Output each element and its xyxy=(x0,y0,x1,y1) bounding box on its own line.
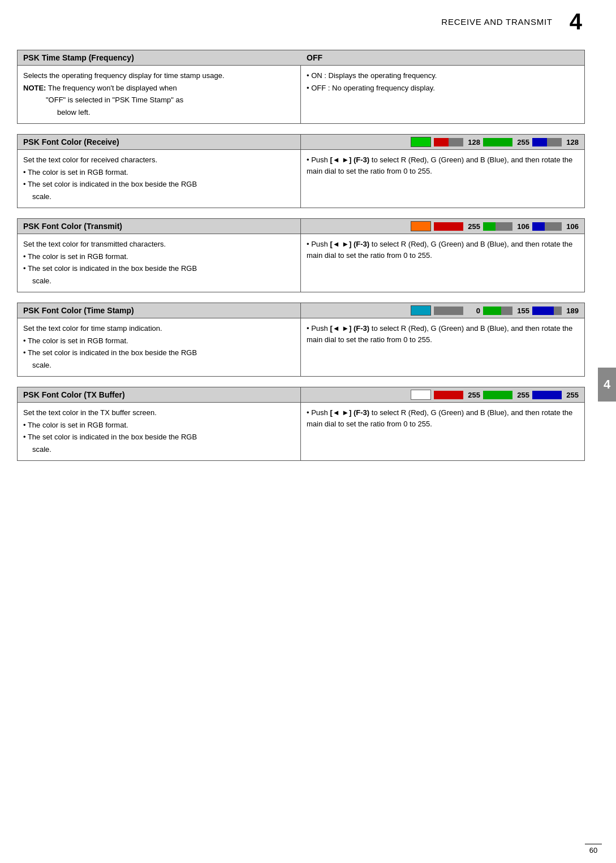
g-bar-txbuffer: 255 xyxy=(483,391,529,399)
b-bar-receive: 128 xyxy=(532,138,579,146)
chapter-number: 4 xyxy=(570,10,582,33)
b-bar-txbuffer: 255 xyxy=(532,391,579,399)
section-body-right-3: • Push [◄ ►] (F-3) to select R (Red), G … xyxy=(301,234,584,292)
section-header-left-1: PSK Time Stamp (Frequency) xyxy=(18,50,301,66)
g-bar-transmit: 106 xyxy=(483,222,529,231)
b-bar-timestamp: 189 xyxy=(532,307,579,315)
section-body-left-5: Set the text color in the TX buffer scre… xyxy=(18,403,301,460)
rgb-header-txbuffer: 255 255 255 xyxy=(301,387,584,403)
section-psk-font-color-receive: PSK Font Color (Receive) 128 255 xyxy=(17,134,585,208)
section-psk-font-color-timestamp: PSK Font Color (Time Stamp) 0 155 xyxy=(17,303,585,377)
r-bar-transmit: 255 xyxy=(434,222,480,231)
b-bar-transmit: 106 xyxy=(532,222,579,231)
rgb-header-receive: 128 255 128 xyxy=(301,135,584,150)
page-header: RECEIVE AND TRANSMIT 4 xyxy=(0,0,616,38)
section-header-left-5: PSK Font Color (TX Buffer) xyxy=(18,387,301,403)
r-bar-txbuffer: 255 xyxy=(434,391,480,399)
rgb-header-transmit: 255 106 106 xyxy=(301,219,584,234)
color-swatch-txbuffer xyxy=(411,390,431,400)
section-psk-font-color-txbuffer: PSK Font Color (TX Buffer) 255 255 xyxy=(17,387,585,461)
r-bar-timestamp: 0 xyxy=(434,307,480,315)
color-swatch-transmit xyxy=(411,221,431,231)
color-swatch-receive xyxy=(411,137,431,147)
rgb-header-timestamp: 0 155 189 xyxy=(301,303,584,318)
section-body-right-1: • ON : Displays the operating frequency.… xyxy=(301,66,584,123)
g-bar-receive: 255 xyxy=(483,138,529,146)
section-body-left-4: Set the text color for time stamp indica… xyxy=(18,318,301,376)
section-psk-font-color-transmit: PSK Font Color (Transmit) 255 106 xyxy=(17,218,585,292)
section-body-left-1: Selects the operating frequency display … xyxy=(18,66,301,123)
section-body-right-4: • Push [◄ ►] (F-3) to select R (Red), G … xyxy=(301,318,584,376)
section-header-left-4: PSK Font Color (Time Stamp) xyxy=(18,303,301,318)
page-number: 60 xyxy=(585,844,602,855)
section-body-left-3: Set the text color for transmitted chara… xyxy=(18,234,301,292)
section-body-left-2: Set the text color for received characte… xyxy=(18,150,301,208)
chapter-tab: 4 xyxy=(598,368,616,402)
section-header-left-3: PSK Font Color (Transmit) xyxy=(18,219,301,234)
section-header-right-1: OFF xyxy=(301,50,584,66)
section-body-right-2: • Push [◄ ►] (F-3) to select R (Red), G … xyxy=(301,150,584,208)
color-swatch-timestamp xyxy=(411,305,431,316)
r-bar-receive: 128 xyxy=(434,138,480,146)
section-psk-time-stamp-freq: PSK Time Stamp (Frequency) OFF Selects t… xyxy=(17,50,585,124)
section-header-left-2: PSK Font Color (Receive) xyxy=(18,135,301,150)
g-bar-timestamp: 155 xyxy=(483,307,529,315)
section-body-right-5: • Push [◄ ►] (F-3) to select R (Red), G … xyxy=(301,403,584,460)
main-content: PSK Time Stamp (Frequency) OFF Selects t… xyxy=(0,38,616,482)
header-title: RECEIVE AND TRANSMIT xyxy=(441,17,552,27)
